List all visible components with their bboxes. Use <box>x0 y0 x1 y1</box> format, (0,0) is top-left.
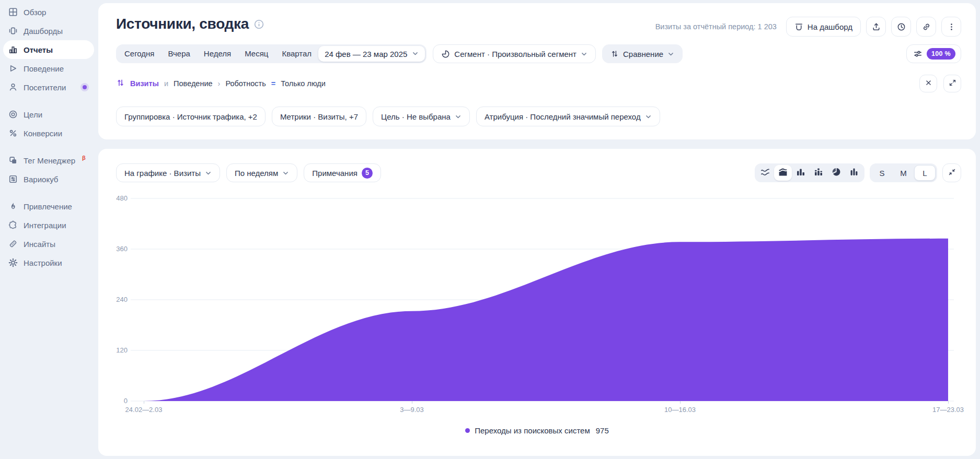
play-icon <box>8 64 18 73</box>
visitors-notification-dot <box>80 83 89 91</box>
sidebar-item-behavior[interactable]: Поведение <box>3 59 94 78</box>
chevron-down-icon <box>645 113 652 120</box>
segment-selector[interactable]: Сегмент · Произвольный сегмент <box>433 44 596 63</box>
sidebar-item-label: Настройки <box>24 258 62 267</box>
sidebar-item-overview[interactable]: Обзор <box>3 3 94 21</box>
puzzle-icon <box>8 220 18 230</box>
chevron-down-icon <box>667 51 674 57</box>
sampling-badge: 100 % <box>927 48 955 60</box>
gear-icon <box>8 258 18 267</box>
clock-icon <box>897 22 906 31</box>
sidebar-item-integrations[interactable]: Интеграции <box>3 216 94 234</box>
tab-month[interactable]: Месяц <box>238 46 275 62</box>
person-icon <box>8 83 18 92</box>
push-to-dashboard-icon <box>794 22 803 31</box>
percent-icon <box>8 128 18 138</box>
sidebar-item-label: Конверсии <box>24 129 62 138</box>
x-axis-label: 24.02—2.03 <box>107 406 180 414</box>
variocube-icon <box>8 174 18 184</box>
attribution-chip-label: Атрибуция · Последний значимый переход <box>485 112 641 121</box>
sidebar-item-visitors[interactable]: Посетители <box>3 78 94 97</box>
chevron-down-icon <box>412 50 419 58</box>
goal-chip[interactable]: Цель · Не выбрана <box>373 107 470 126</box>
chevron-down-icon <box>581 51 587 57</box>
metric-swap-icon <box>116 78 125 89</box>
link-icon <box>922 22 931 31</box>
legend-item-search-engines[interactable]: Переходы из поисковых систем 975 <box>98 426 976 435</box>
sidebar-item-tag-manager[interactable]: Тег Менеджер β <box>3 151 94 170</box>
y-axis-label: 240 <box>105 295 128 304</box>
date-range-selector[interactable]: 24 фев — 23 мар 2025 <box>318 46 425 62</box>
sidebar-item-label: Дашборды <box>24 27 63 36</box>
beta-badge: β <box>82 155 86 161</box>
export-icon <box>872 22 881 31</box>
tag-manager-icon <box>8 156 18 165</box>
sidebar-item-reports[interactable]: Отчеты <box>3 40 94 59</box>
sidebar-item-settings[interactable]: Настройки <box>3 253 94 272</box>
sidebar: Обзор Дашборды Отчеты Поведение Посетите… <box>0 0 98 459</box>
period-tabs-group: Сегодня Вчера Неделя Месяц Квартал 24 фе… <box>116 44 426 63</box>
expand-filter-button[interactable] <box>943 75 961 92</box>
x-axis-tick <box>144 401 144 404</box>
tab-today[interactable]: Сегодня <box>118 46 162 62</box>
sidebar-item-label: Вариокуб <box>24 175 58 184</box>
sidebar-item-conversions[interactable]: Конверсии <box>3 124 94 143</box>
report-header-card: Источники, сводка Визиты за отчётный пер… <box>98 3 976 139</box>
filter-robotness: Роботность <box>225 79 266 88</box>
to-dashboard-button[interactable]: На дашборд <box>786 17 861 37</box>
sidebar-item-goals[interactable]: Цели <box>3 105 94 124</box>
sidebar-item-label: Инсайты <box>24 240 55 249</box>
filter-operator: = <box>271 79 275 88</box>
sidebar-item-insights[interactable]: Инсайты <box>3 234 94 253</box>
metrics-chip[interactable]: Метрики · Визиты, +7 <box>272 107 366 126</box>
tab-quarter[interactable]: Квартал <box>275 46 318 62</box>
compare-arrows-icon <box>610 50 619 58</box>
visits-area-chart[interactable] <box>131 197 954 403</box>
grid-icon <box>8 7 18 17</box>
kebab-menu-icon <box>947 22 956 31</box>
title-row: Источники, сводка <box>116 16 264 32</box>
grouping-chip[interactable]: Группировка · Источник трафика, +2 <box>116 107 266 126</box>
header-actions: Визиты за отчётный период: 1 203 На дашб… <box>655 17 961 37</box>
x-axis-tick <box>412 401 412 404</box>
target-icon <box>8 110 18 119</box>
period-toolbar: Сегодня Вчера Неделя Месяц Квартал 24 фе… <box>116 44 961 63</box>
export-button[interactable] <box>866 17 886 37</box>
sidebar-item-dashboards[interactable]: Дашборды <box>3 21 94 40</box>
filter-behavior: Поведение <box>174 79 212 88</box>
more-menu-button[interactable] <box>941 17 961 37</box>
sidebar-item-attraction[interactable]: Привлечение <box>3 197 94 216</box>
comparison-label: Сравнение <box>623 50 663 58</box>
bar-report-icon <box>8 45 18 54</box>
expand-icon <box>949 79 956 88</box>
info-icon[interactable] <box>254 19 264 29</box>
visits-period-summary: Визиты за отчётный период: 1 203 <box>655 22 777 31</box>
copy-link-button[interactable] <box>916 17 936 37</box>
x-axis-label: 17—23.03 <box>912 406 980 414</box>
y-axis-label: 0 <box>105 396 128 406</box>
sidebar-item-label: Привлечение <box>24 202 72 211</box>
report-settings-chips: Группировка · Источник трафика, +2 Метри… <box>116 107 660 126</box>
x-axis-tick <box>948 401 949 404</box>
tab-yesterday[interactable]: Вчера <box>162 46 197 62</box>
flame-icon <box>8 202 18 211</box>
history-button[interactable] <box>891 17 911 37</box>
visits-plot: 480 360 240 120 0 24.02—2.03 3—9.03 10—1… <box>98 149 976 456</box>
sidebar-item-variocube[interactable]: Вариокуб <box>3 170 94 189</box>
filter-visits[interactable]: Визиты <box>130 79 159 88</box>
yandex-metrica-app: Обзор Дашборды Отчеты Поведение Посетите… <box>0 0 980 459</box>
tab-week[interactable]: Неделя <box>197 46 238 62</box>
to-dashboard-label: На дашборд <box>808 22 852 31</box>
close-icon <box>925 79 932 88</box>
filter-value: Только люди <box>281 79 326 88</box>
attribution-chip[interactable]: Атрибуция · Последний значимый переход <box>476 107 660 126</box>
goal-chip-label: Цель · Не выбрана <box>381 112 451 121</box>
sidebar-item-label: Поведение <box>24 64 64 73</box>
x-axis-label: 3—9.03 <box>375 406 448 414</box>
comparison-selector[interactable]: Сравнение <box>602 44 683 63</box>
page-title: Источники, сводка <box>116 16 249 32</box>
legend-dot <box>465 428 470 433</box>
sidebar-item-label: Интеграции <box>24 221 66 230</box>
clear-filter-button[interactable] <box>919 75 937 92</box>
sampling-selector[interactable]: 100 % <box>906 44 961 63</box>
